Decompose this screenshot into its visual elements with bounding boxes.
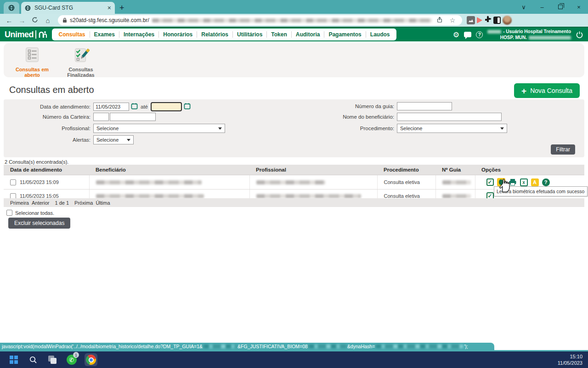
share-icon (436, 17, 443, 23)
menu-item-internacoes[interactable]: Internações (119, 29, 158, 40)
profile-avatar[interactable] (503, 16, 512, 25)
unimed-symbol-icon (38, 30, 47, 39)
tab-close-icon[interactable]: × (107, 5, 111, 11)
extension-photo-icon[interactable] (467, 16, 475, 24)
excel-export-icon[interactable]: x (520, 178, 528, 186)
settings-gear-icon[interactable]: ⚙ (453, 30, 459, 39)
redacted-guide-number (442, 180, 471, 184)
back-button[interactable]: ← (4, 17, 15, 24)
calendar-icon[interactable] (184, 103, 191, 111)
nova-consulta-label: Nova Consulta (530, 87, 572, 94)
user-name: - Usuário Hospital Treinamento (503, 29, 571, 34)
row-datetime: 11/05/2023 15:09 (20, 179, 59, 185)
finished-consultations-icon (72, 46, 90, 63)
menu-item-laudos[interactable]: Laudos (366, 29, 394, 40)
date-from-input[interactable] (93, 103, 129, 111)
help-circle-icon[interactable]: ? (542, 178, 550, 186)
shortcut-consultas-finalizadas[interactable]: ConsultasFinalizadas (60, 46, 102, 78)
card-number-input[interactable] (110, 113, 156, 121)
select-all-checkbox[interactable] (6, 210, 12, 216)
card-prefix-input[interactable] (93, 113, 109, 121)
procedure-select[interactable]: Selecione (397, 124, 507, 133)
page-first[interactable]: Primeira (10, 200, 29, 206)
excluir-selecionadas-button[interactable]: Excluir selecionadas (8, 218, 70, 229)
home-button[interactable]: ⌂ (42, 17, 53, 24)
extension-play-icon[interactable] (477, 17, 482, 23)
row-checkbox[interactable] (10, 179, 16, 185)
taskbar-clock[interactable]: 15:10 11/05/2023 (558, 353, 582, 366)
whatsapp-button[interactable]: ✆ 1 (65, 353, 78, 366)
shortcut-consultas-em-aberto[interactable]: Consultas emaberto (11, 46, 53, 78)
redacted-param (204, 345, 237, 348)
professional-select[interactable]: Selecione (93, 124, 225, 133)
nova-consulta-button[interactable]: + Nova Consulta (514, 83, 580, 98)
task-view-button[interactable] (46, 353, 59, 366)
chrome-button[interactable] (85, 353, 97, 366)
status-text: '); (464, 344, 468, 349)
redacted-beneficiary (96, 194, 204, 198)
procedure-label: Procedimento: (298, 126, 394, 131)
col-n-guia: Nº Guia (435, 165, 475, 175)
confirm-check-icon[interactable]: ✓ (486, 178, 494, 186)
side-panel-icon[interactable] (493, 17, 501, 24)
logout-power-icon[interactable] (576, 31, 583, 39)
menu-item-utilitarios[interactable]: Utilitários (233, 29, 266, 40)
address-bar[interactable]: s20atd-stg.fesc.sgusuite.com.br/ ☆ (58, 15, 462, 25)
navbar-right: ⚙ ? - Usuário Hospital Treinamento HOSP.… (453, 29, 583, 40)
menu-item-pagamentos[interactable]: Pagamentos (324, 29, 365, 40)
alerts-select[interactable]: Selecione (93, 135, 134, 144)
help-icon[interactable]: ? (476, 31, 483, 38)
status-text: javascript:void(modalWinPadrao('../../mo… (2, 344, 203, 349)
guide-number-input[interactable] (397, 102, 452, 110)
notification-badge: 1 (73, 352, 79, 358)
forward-button[interactable]: → (17, 17, 28, 24)
calendar-icon[interactable] (131, 103, 138, 111)
menu-item-honorarios[interactable]: Honorários (159, 29, 197, 40)
chat-icon[interactable] (464, 32, 471, 37)
pinned-tab[interactable] (4, 2, 19, 14)
guide-number-label: Número da guia: (298, 104, 394, 109)
filtrar-button[interactable]: Filtrar (551, 144, 575, 155)
search-button[interactable] (27, 353, 40, 366)
page-prev[interactable]: Anterior (32, 200, 50, 206)
browser-tab-active[interactable]: SGU-Card STG × (21, 2, 115, 14)
col-data-atendimento: Data de atendimento (4, 165, 89, 175)
chrome-icon (86, 355, 96, 365)
restore-button[interactable] (551, 4, 570, 11)
mouse-cursor-hand (498, 178, 511, 193)
select-all-control: Selecionar todas. (6, 210, 54, 216)
bookmark-star-icon[interactable]: ☆ (447, 17, 458, 24)
reload-button[interactable] (29, 17, 40, 24)
menu-item-consultas[interactable]: Consultas (55, 29, 90, 40)
close-window-button[interactable]: × (570, 4, 588, 11)
page-last[interactable]: Última (96, 200, 110, 206)
date-to-input-focused[interactable] (151, 102, 182, 111)
minimize-button[interactable]: – (533, 4, 551, 11)
menu-item-auditoria[interactable]: Auditoria (292, 29, 324, 40)
chrome-menu-chevron-icon[interactable]: ∨ (514, 4, 533, 11)
card-number-label: Número da Carteira: (6, 114, 90, 120)
menu-item-token[interactable]: Token (267, 29, 291, 40)
windows-taskbar: ✆ 1 15:10 11/05/2023 (0, 351, 588, 368)
menu-item-exames[interactable]: Exames (90, 29, 119, 40)
restore-icon (558, 5, 563, 9)
redacted-beneficiary (96, 180, 202, 184)
new-tab-button[interactable]: + (119, 4, 124, 12)
taskbar-icons: ✆ 1 (7, 353, 97, 366)
chevron-down-icon (218, 127, 222, 130)
share-icon[interactable] (435, 17, 445, 24)
redacted-hospital (529, 36, 571, 40)
result-count: 2 Consulta(s) encontrada(s). (5, 159, 68, 165)
redacted-param (376, 345, 463, 348)
extensions-puzzle-icon[interactable] (484, 16, 492, 25)
start-button[interactable] (7, 353, 20, 366)
redacted-param (309, 345, 346, 348)
menu-item-relatorios[interactable]: Relatórios (197, 29, 232, 40)
screen: SGU-Card STG × + ∨ – × ← → ⌂ s20atd-stg.… (0, 0, 588, 368)
beneficiary-name-input[interactable] (397, 113, 502, 121)
shortcut-bar: Consultas emaberto ConsultasFinalizadas (4, 43, 584, 77)
page-next[interactable]: Próxima (74, 200, 93, 206)
shortcut-label: Consultas emaberto (11, 67, 53, 78)
shortcut-label: ConsultasFinalizadas (60, 67, 102, 78)
attendance-a-icon[interactable]: A (531, 178, 539, 186)
